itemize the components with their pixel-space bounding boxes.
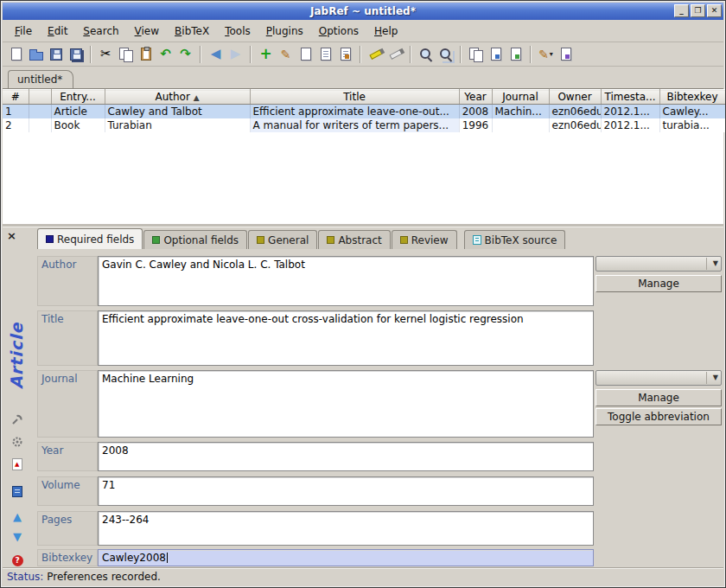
copy-bibtex-icon[interactable] xyxy=(506,44,525,65)
col-header-bibtexkey[interactable]: Bibtexkey xyxy=(659,90,725,105)
cell-title[interactable]: A manual for writers of term papers... xyxy=(250,118,459,132)
manage-author-button[interactable]: Manage xyxy=(595,275,722,292)
toolbar-separator xyxy=(200,46,201,63)
entry-editor: × Article ▲ ▼ ? Required fields Optional… xyxy=(3,224,723,569)
generate-key-icon[interactable] xyxy=(10,412,25,427)
import-plain-text-icon[interactable] xyxy=(296,44,315,65)
save-database-icon[interactable] xyxy=(46,44,66,65)
open-pdf-icon[interactable] xyxy=(10,457,25,472)
close-button[interactable]: ✕ xyxy=(707,4,722,17)
col-header-journal[interactable]: Journal xyxy=(492,90,549,105)
maximize-button[interactable]: ❐ xyxy=(691,4,705,17)
author-field-input[interactable]: Gavin C. Cawley and Nicola L. C. Talbot xyxy=(98,256,594,306)
redo-icon[interactable]: ↷ xyxy=(175,44,195,65)
bibtexkey-value: Cawley2008 xyxy=(102,552,166,564)
tab-review[interactable]: Review xyxy=(392,230,457,249)
undo-icon[interactable]: ↶ xyxy=(156,44,175,65)
search-icon[interactable] xyxy=(416,44,436,65)
menu-file[interactable]: File xyxy=(8,22,39,40)
cell-owner[interactable]: ezn06edu xyxy=(549,118,601,132)
col-header-year[interactable]: Year xyxy=(459,90,492,105)
pages-field-input[interactable]: 243--264 xyxy=(98,511,594,546)
cell-bibtexkey[interactable]: turabia... xyxy=(659,118,725,132)
previous-entry-icon[interactable]: ▲ xyxy=(10,508,25,524)
table-row[interactable]: 2 Book Turabian A manual for writers of … xyxy=(3,118,725,132)
cut-icon[interactable]: ✂ xyxy=(96,44,116,65)
author-names-dropdown[interactable] xyxy=(595,256,722,272)
edit-entry-icon[interactable]: ✎ xyxy=(276,44,296,65)
cell-journal[interactable]: Machin... xyxy=(492,105,549,118)
table-row[interactable]: 1 Article Cawley and Talbot Efficient ap… xyxy=(3,105,725,118)
tab-bibtex-source[interactable]: BibTeX source xyxy=(464,230,566,249)
col-header-owner[interactable]: Owner xyxy=(549,90,601,105)
cell-icon[interactable] xyxy=(29,118,51,132)
edit-preamble-icon[interactable] xyxy=(315,44,335,65)
year-field-input[interactable]: 2008 xyxy=(98,442,594,471)
open-file-icon[interactable] xyxy=(556,44,576,65)
cell-timestamp[interactable]: 2012.1... xyxy=(601,118,659,132)
back-icon[interactable]: ◀ xyxy=(206,44,226,65)
col-header-author[interactable]: Author ▲ xyxy=(105,90,250,105)
menu-search[interactable]: Search xyxy=(76,22,125,40)
menu-bibtex[interactable]: BibTeX xyxy=(168,22,216,40)
mark-entries-icon[interactable] xyxy=(366,44,385,65)
help-icon[interactable]: ? xyxy=(10,553,25,568)
settings-gear-icon[interactable] xyxy=(10,434,25,450)
cell-author[interactable]: Cawley and Talbot xyxy=(105,105,250,118)
col-header-icon[interactable] xyxy=(29,90,51,105)
menu-tools[interactable]: Tools xyxy=(218,22,258,40)
database-tab-untitled[interactable]: untitled* xyxy=(8,70,73,88)
minimize-button[interactable]: _ xyxy=(674,4,689,17)
cell-author[interactable]: Turabian xyxy=(105,118,250,132)
titlebar[interactable]: JabRef ~ untitled* _ ❐ ✕ xyxy=(3,3,723,20)
tab-general[interactable]: General xyxy=(248,230,317,249)
cell-number[interactable]: 2 xyxy=(3,118,29,132)
tab-optional-fields[interactable]: Optional fields xyxy=(143,230,247,249)
cell-journal[interactable] xyxy=(492,118,549,132)
cell-entrytype[interactable]: Book xyxy=(51,118,105,132)
cell-bibtexkey[interactable]: Cawley... xyxy=(659,105,725,118)
push-to-application-icon[interactable]: ✎▾ xyxy=(536,44,556,65)
cell-entrytype[interactable]: Article xyxy=(51,105,105,118)
save-all-icon[interactable] xyxy=(66,44,86,65)
menu-options[interactable]: Options xyxy=(312,22,366,40)
new-entry-icon[interactable]: + xyxy=(256,44,276,65)
edit-strings-icon[interactable] xyxy=(335,44,355,65)
cell-year[interactable]: 1996 xyxy=(459,118,492,132)
menu-plugins[interactable]: Plugins xyxy=(259,22,310,40)
journal-field-input[interactable]: Machine Learning xyxy=(98,370,594,438)
cell-icon[interactable] xyxy=(29,105,51,118)
col-header-timestamp[interactable]: Timesta... xyxy=(601,90,659,105)
col-header-entrytype[interactable]: Entry... xyxy=(51,90,105,105)
tab-abstract[interactable]: Abstract xyxy=(318,230,390,249)
cell-year[interactable]: 2008 xyxy=(459,105,492,118)
paste-icon[interactable] xyxy=(136,44,156,65)
journal-dropdown[interactable] xyxy=(595,370,722,386)
col-header-title[interactable]: Title xyxy=(250,90,459,105)
cell-number[interactable]: 1 xyxy=(3,105,29,118)
close-editor-icon[interactable]: × xyxy=(7,229,16,242)
manage-journal-button[interactable]: Manage xyxy=(595,389,722,406)
forward-icon[interactable]: ▶ xyxy=(226,44,245,65)
menu-view[interactable]: View xyxy=(128,22,166,40)
cell-title[interactable]: Efficient approximate leave-one-out... xyxy=(250,105,459,118)
col-header-number[interactable]: # xyxy=(3,90,29,105)
unmark-entries-icon[interactable] xyxy=(385,44,405,65)
toggle-abbreviation-button[interactable]: Toggle abbreviation xyxy=(595,408,722,425)
menu-edit[interactable]: Edit xyxy=(41,22,74,40)
open-database-icon[interactable] xyxy=(26,44,46,65)
copy-icon[interactable] xyxy=(116,44,136,65)
cell-owner[interactable]: ezn06edu xyxy=(549,105,601,118)
bibtexkey-field-input[interactable]: Cawley2008 xyxy=(98,549,594,566)
toggle-search-icon[interactable] xyxy=(436,44,455,65)
cell-timestamp[interactable]: 2012.1... xyxy=(601,105,659,118)
copy-key-icon[interactable] xyxy=(466,44,486,65)
volume-field-input[interactable]: 71 xyxy=(98,476,594,506)
open-url-icon[interactable] xyxy=(10,483,25,499)
title-field-input[interactable]: Efficient approximate leave-one-out cros… xyxy=(98,310,594,366)
next-entry-icon[interactable]: ▼ xyxy=(10,528,25,544)
tab-required-fields[interactable]: Required fields xyxy=(37,228,143,249)
menu-help[interactable]: Help xyxy=(367,22,404,40)
copy-cite-icon[interactable] xyxy=(486,44,506,65)
new-database-icon[interactable] xyxy=(6,44,26,65)
